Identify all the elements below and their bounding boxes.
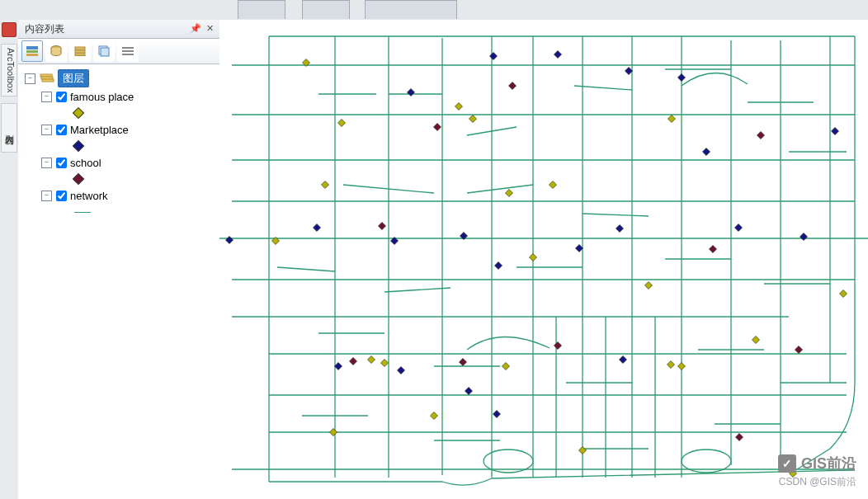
map-point[interactable] <box>505 189 512 196</box>
map-point[interactable] <box>831 127 838 134</box>
line-symbol-icon <box>74 212 91 213</box>
layer-label[interactable]: network <box>70 190 108 202</box>
ribbon-tab[interactable] <box>238 0 285 19</box>
map-point[interactable] <box>839 290 847 297</box>
collapse-icon[interactable]: − <box>41 125 52 135</box>
map-point[interactable] <box>757 131 764 139</box>
map-point[interactable] <box>529 253 536 261</box>
map-point[interactable] <box>508 82 516 89</box>
map-point[interactable] <box>575 244 583 252</box>
map-point[interactable] <box>709 245 716 252</box>
map-svg[interactable] <box>219 20 868 499</box>
map-point[interactable] <box>367 355 375 363</box>
collapse-icon[interactable]: − <box>41 158 52 168</box>
layer-visibility-checkbox[interactable] <box>56 125 67 135</box>
map-point[interactable] <box>349 357 356 365</box>
map-point[interactable] <box>407 88 414 96</box>
dock-tab-arctoolbox[interactable]: ArcToolbox <box>1 44 17 97</box>
options-button[interactable] <box>117 40 139 62</box>
map-point[interactable] <box>677 73 685 81</box>
layer-row[interactable]: −school <box>20 153 218 172</box>
layer-label[interactable]: famous place <box>70 91 134 103</box>
layer-symbol[interactable] <box>20 172 218 186</box>
layer-label[interactable]: school <box>70 157 101 169</box>
point-symbol-icon <box>73 140 84 152</box>
map-point[interactable] <box>321 181 328 188</box>
map-point[interactable] <box>459 358 466 365</box>
map-point[interactable] <box>619 355 626 363</box>
map-point[interactable] <box>667 360 674 368</box>
svg-rect-9 <box>122 47 134 49</box>
map-point[interactable] <box>455 102 462 110</box>
svg-rect-10 <box>122 50 134 52</box>
map-point[interactable] <box>752 336 759 343</box>
map-point[interactable] <box>337 119 345 126</box>
map-point[interactable] <box>397 366 404 374</box>
map-point[interactable] <box>578 446 586 454</box>
map-point[interactable] <box>493 410 500 417</box>
collapse-icon[interactable]: − <box>25 73 35 84</box>
ribbon-tab[interactable] <box>302 0 350 19</box>
map-point[interactable] <box>554 341 561 349</box>
map-point[interactable] <box>430 412 437 419</box>
svg-rect-8 <box>101 48 109 56</box>
svg-rect-14 <box>42 79 54 82</box>
map-point[interactable] <box>380 359 388 366</box>
svg-rect-4 <box>75 47 85 49</box>
collapse-icon[interactable]: − <box>41 92 52 102</box>
layer-symbol[interactable] <box>20 106 218 120</box>
map-point[interactable] <box>489 52 497 59</box>
map-point[interactable] <box>668 115 675 122</box>
layer-label[interactable]: Marketplace <box>70 124 129 136</box>
map-point[interactable] <box>502 362 509 370</box>
svg-rect-0 <box>26 46 38 49</box>
layer-symbol[interactable] <box>20 139 218 153</box>
svg-rect-2 <box>26 54 38 56</box>
map-point[interactable] <box>644 281 652 289</box>
map-point[interactable] <box>677 362 685 370</box>
close-icon[interactable]: ✕ <box>204 22 215 34</box>
ribbon-tab[interactable] <box>365 0 457 19</box>
map-point[interactable] <box>334 362 342 370</box>
tree-root-row[interactable]: − 图层 <box>20 69 218 87</box>
map-point[interactable] <box>225 236 233 243</box>
map-point[interactable] <box>554 50 561 58</box>
map-point[interactable] <box>616 224 623 232</box>
root-label[interactable]: 图层 <box>58 69 89 87</box>
layer-row[interactable]: −famous place <box>20 87 218 106</box>
toc-panel: 内容列表 📌 ✕ − 图层 −famous place−Marketplace−… <box>18 20 220 499</box>
svg-rect-11 <box>122 54 134 55</box>
map-point[interactable] <box>702 148 710 155</box>
layer-symbol[interactable] <box>20 205 218 219</box>
map-point[interactable] <box>625 67 632 74</box>
panel-titlebar: 内容列表 📌 ✕ <box>18 20 219 39</box>
map-point[interactable] <box>549 181 556 188</box>
layer-row[interactable]: −network <box>20 186 218 205</box>
dock-tab-toc[interactable]: 内容列表 <box>1 103 17 153</box>
list-by-source-button[interactable] <box>45 40 67 62</box>
point-symbol-icon <box>73 173 84 185</box>
map-point[interactable] <box>329 428 337 435</box>
map-point[interactable] <box>313 224 320 231</box>
dataframe-icon <box>40 72 54 85</box>
layer-visibility-checkbox[interactable] <box>56 191 67 201</box>
map-point[interactable] <box>795 346 802 353</box>
map-point[interactable] <box>494 261 502 269</box>
map-point[interactable] <box>378 222 385 229</box>
layer-visibility-checkbox[interactable] <box>56 92 67 102</box>
collapse-icon[interactable]: − <box>41 191 52 201</box>
map-point[interactable] <box>735 433 743 440</box>
map-point[interactable] <box>465 387 472 394</box>
pin-icon[interactable]: 📌 <box>190 22 201 34</box>
map-point[interactable] <box>469 115 476 122</box>
layer-row[interactable]: −Marketplace <box>20 120 218 139</box>
map-point[interactable] <box>800 233 807 240</box>
list-by-drawing-order-button[interactable] <box>21 40 43 62</box>
map-point[interactable] <box>734 224 742 231</box>
map-point[interactable] <box>433 123 441 130</box>
layer-visibility-checkbox[interactable] <box>56 158 67 168</box>
list-by-visibility-button[interactable] <box>69 40 91 62</box>
map-point[interactable] <box>789 469 796 477</box>
list-by-selection-button[interactable] <box>93 40 115 62</box>
map-canvas[interactable]: ✓GIS前沿 CSDN @GIS前沿 <box>219 20 868 499</box>
